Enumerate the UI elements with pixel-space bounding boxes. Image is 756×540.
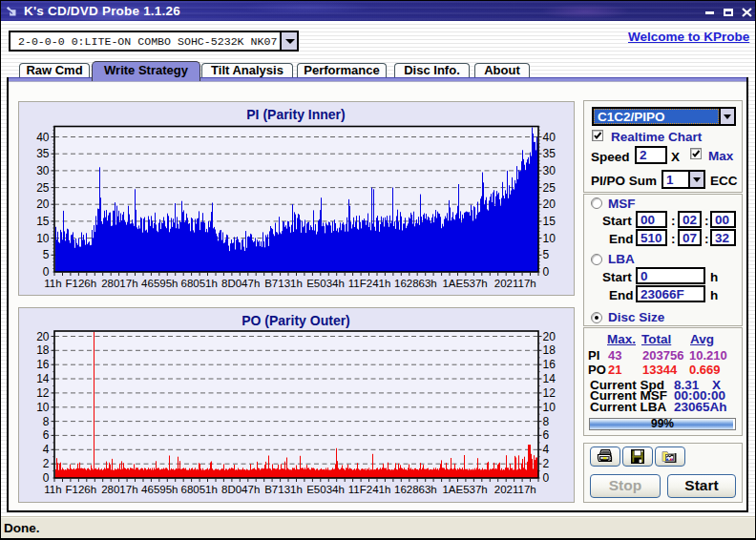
svg-text:25: 25 [36, 181, 50, 195]
svg-text:11h: 11h [44, 278, 61, 289]
svg-text:8: 8 [43, 415, 50, 428]
svg-text:16: 16 [543, 358, 556, 371]
svg-text:F126h: F126h [66, 484, 97, 495]
svg-text:1AE537h: 1AE537h [442, 278, 487, 289]
svg-text:6: 6 [543, 428, 550, 442]
svg-text:11F241h: 11F241h [348, 278, 391, 289]
svg-text:18: 18 [36, 343, 50, 357]
svg-text:162863h: 162863h [394, 484, 437, 495]
svg-text:10: 10 [36, 401, 50, 414]
svg-text:8D047h: 8D047h [221, 484, 260, 495]
svg-text:12: 12 [36, 386, 50, 400]
svg-text:6: 6 [43, 428, 50, 442]
svg-text:10: 10 [543, 232, 556, 245]
svg-text:B7131h: B7131h [264, 278, 303, 289]
svg-text:46595h: 46595h [141, 278, 178, 289]
svg-text:12: 12 [543, 386, 556, 400]
svg-text:11h: 11h [44, 484, 61, 495]
svg-text:4: 4 [43, 443, 50, 456]
svg-text:30: 30 [543, 164, 556, 177]
svg-text:35: 35 [543, 147, 556, 160]
svg-text:202117h: 202117h [494, 278, 536, 289]
svg-text:28017h: 28017h [101, 278, 137, 289]
svg-text:18: 18 [543, 343, 556, 357]
svg-text:30: 30 [36, 164, 50, 177]
svg-text:20: 20 [36, 197, 50, 211]
svg-text:0: 0 [543, 471, 550, 485]
svg-text:25: 25 [543, 181, 556, 195]
svg-text:68051h: 68051h [181, 484, 218, 495]
svg-text:15: 15 [543, 215, 556, 228]
svg-text:14: 14 [36, 372, 50, 385]
svg-text:PO (Parity Outer): PO (Parity Outer) [242, 313, 350, 328]
svg-text:68051h: 68051h [181, 278, 218, 289]
svg-text:8: 8 [543, 415, 550, 428]
svg-text:40: 40 [36, 131, 50, 144]
svg-text:20: 20 [543, 197, 556, 211]
svg-text:5: 5 [543, 248, 550, 261]
svg-text:11F241h: 11F241h [348, 484, 391, 495]
svg-text:28017h: 28017h [101, 484, 137, 495]
svg-text:10: 10 [36, 232, 50, 245]
svg-text:0: 0 [543, 265, 550, 279]
svg-text:8D047h: 8D047h [221, 278, 260, 289]
svg-text:4: 4 [543, 443, 550, 456]
svg-text:5: 5 [43, 248, 50, 261]
svg-text:20: 20 [36, 330, 50, 343]
svg-text:1AE537h: 1AE537h [442, 484, 487, 495]
svg-text:162863h: 162863h [394, 278, 437, 289]
svg-text:46595h: 46595h [141, 484, 178, 495]
svg-text:35: 35 [36, 147, 50, 160]
svg-text:40: 40 [543, 131, 556, 144]
svg-text:E5034h: E5034h [306, 278, 345, 289]
svg-text:E5034h: E5034h [306, 484, 345, 495]
svg-text:16: 16 [36, 358, 50, 371]
svg-text:202117h: 202117h [494, 484, 536, 495]
svg-text:10: 10 [543, 401, 556, 414]
svg-text:15: 15 [36, 215, 50, 228]
svg-text:14: 14 [543, 372, 556, 385]
svg-text:2: 2 [543, 457, 550, 470]
svg-text:2: 2 [43, 457, 50, 470]
svg-text:F126h: F126h [66, 278, 97, 289]
svg-text:PI (Parity Inner): PI (Parity Inner) [246, 107, 345, 122]
svg-text:B7131h: B7131h [264, 484, 303, 495]
svg-text:20: 20 [543, 330, 556, 343]
